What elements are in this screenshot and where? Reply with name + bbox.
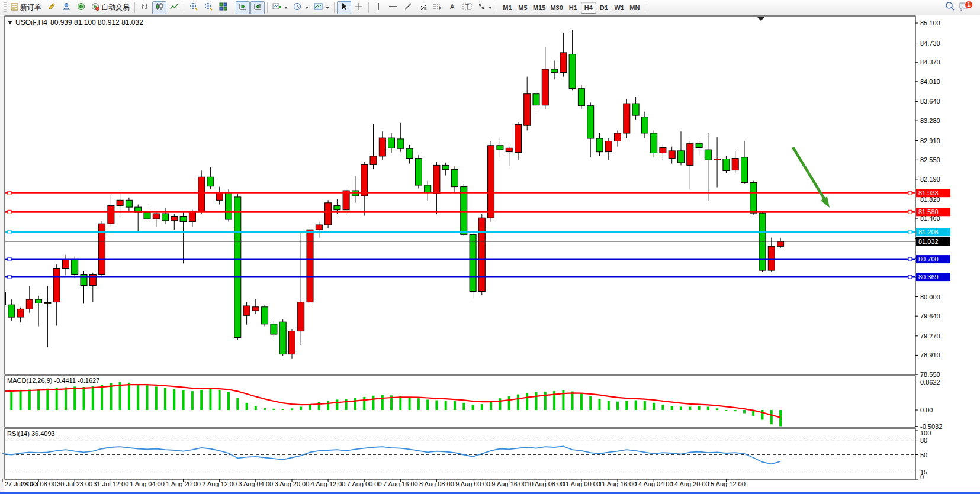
candle-body	[596, 138, 603, 152]
candle-body	[470, 234, 476, 291]
macd-bar	[770, 410, 773, 424]
macd-bar	[282, 409, 284, 410]
candle-body	[461, 187, 467, 235]
candle-body	[569, 54, 576, 89]
candle-body	[226, 192, 232, 219]
candle-body	[615, 133, 621, 141]
candle-body	[189, 211, 195, 221]
line-handle[interactable]	[908, 275, 912, 279]
macd-bar	[354, 398, 356, 410]
macd-bar	[191, 391, 194, 410]
macd-bar	[608, 401, 610, 410]
candle-body	[262, 307, 268, 324]
macd-axis-label: -0.5032	[920, 423, 942, 430]
macd-bar	[544, 392, 547, 410]
candle-body	[624, 104, 630, 133]
macd-axis-label: 0.00	[920, 406, 933, 414]
rsi-indicator-label: RSI(14) 36.4093	[7, 430, 55, 437]
price-chip-label: 81.580	[918, 208, 939, 215]
price-tick-label: 82.550	[920, 156, 940, 163]
price-tick-label: 79.270	[920, 332, 940, 340]
candle-body	[316, 225, 322, 230]
candle-body	[171, 217, 178, 221]
date-label: 2 Aug 12:00	[202, 480, 237, 487]
macd-bar	[146, 385, 149, 410]
macd-bar	[65, 388, 67, 411]
price-tick-label: 82.190	[920, 176, 940, 183]
candle-body	[44, 303, 51, 304]
macd-bar	[318, 402, 320, 410]
line-handle[interactable]	[8, 191, 11, 195]
candle-body	[298, 302, 304, 331]
date-label: 4 Aug 12:00	[311, 480, 346, 487]
macd-bar	[227, 392, 230, 410]
candle-body	[533, 94, 539, 105]
chart-menu-icon[interactable]	[8, 21, 12, 24]
mt4-window: 新订单 自动交易	[0, 0, 980, 494]
macd-bar	[200, 390, 203, 410]
candle-body	[714, 159, 721, 160]
line-handle[interactable]	[8, 210, 11, 214]
candle-body	[632, 104, 639, 115]
candle-body	[687, 143, 693, 165]
candle-body	[162, 214, 169, 221]
macd-bar	[680, 407, 682, 411]
candle-body	[433, 165, 440, 193]
price-tick-label: 84.370	[920, 59, 940, 66]
line-handle[interactable]	[908, 191, 912, 195]
candle-body	[198, 177, 205, 211]
date-label: 9 Aug 00:00	[455, 480, 490, 487]
candle-body	[144, 212, 150, 219]
date-label: 30 Jul 23:00	[57, 480, 92, 487]
price-tick-label: 79.640	[920, 312, 940, 319]
date-label: 7 Aug 00:00	[347, 480, 382, 487]
chart-title: USOil-,H4 80.939 81.100 80.912 81.032	[8, 18, 143, 27]
macd-bar	[1, 391, 4, 410]
macd-bar	[435, 401, 438, 411]
price-tick-label: 78.550	[920, 371, 940, 378]
macd-bar	[399, 396, 401, 410]
candle-body	[180, 217, 187, 222]
macd-bar	[327, 401, 329, 410]
macd-bar	[110, 383, 112, 410]
candle-body	[497, 146, 503, 150]
macd-bar	[219, 390, 221, 410]
date-label: 10 Aug 08:00	[526, 480, 564, 487]
date-label: 11 Aug 16:00	[599, 480, 637, 487]
price-chip-label: 81.933	[918, 189, 939, 196]
macd-bar	[481, 404, 483, 410]
candle-body	[488, 146, 494, 218]
line-handle[interactable]	[8, 257, 11, 261]
chart-canvas[interactable]: 85.10084.73084.37084.01083.64083.28082.9…	[0, 0, 980, 494]
macd-bar	[661, 405, 664, 410]
candle-body	[741, 157, 748, 183]
line-handle[interactable]	[908, 257, 912, 261]
line-handle[interactable]	[8, 230, 11, 234]
macd-bar	[264, 408, 266, 410]
candle-body	[397, 139, 404, 148]
macd-bar	[83, 387, 85, 410]
macd-bar	[698, 406, 701, 410]
candle-body	[307, 230, 313, 302]
line-handle[interactable]	[908, 210, 912, 214]
macd-bar	[462, 403, 465, 410]
line-handle[interactable]	[8, 275, 11, 279]
macd-bar	[716, 408, 718, 410]
macd-bar	[56, 388, 58, 410]
date-label: 3 Aug 20:00	[275, 480, 310, 487]
macd-bar	[37, 389, 40, 410]
date-label: 9 Aug 16:00	[491, 480, 526, 487]
candle-body	[72, 259, 78, 274]
macd-bar	[508, 396, 510, 410]
candle-body	[515, 124, 522, 152]
price-tick-label: 84.730	[920, 40, 940, 47]
candle-body	[524, 94, 531, 126]
macd-bar	[599, 399, 601, 410]
candle-body	[252, 307, 259, 311]
candle-body	[108, 205, 114, 224]
chart-symbol-period: USOil-,H4	[15, 18, 47, 27]
rsi-axis-label: 0	[920, 473, 924, 480]
line-handle[interactable]	[908, 230, 912, 234]
macd-bar	[761, 410, 764, 420]
macd-bar	[535, 392, 538, 410]
